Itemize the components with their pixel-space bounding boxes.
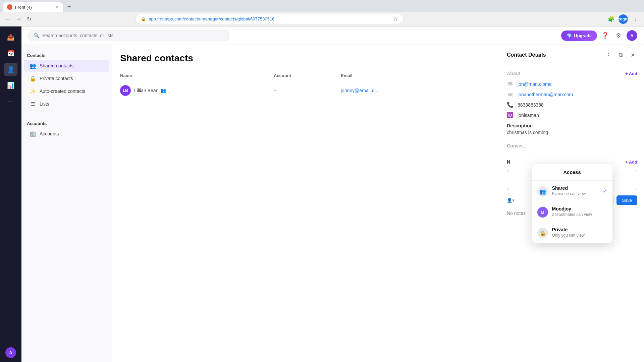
icon-sidebar: 📥 📅 👤 📊 ⋯ A bbox=[0, 26, 21, 362]
lists-icon: ☰ bbox=[30, 101, 36, 107]
table-row[interactable]: LB Lillian Bean 👥 -- johnny@email.c... bbox=[120, 81, 492, 100]
moodjoy-option-desc: 2 teammates can view bbox=[552, 212, 607, 217]
shared-option-desc: Everyone can view bbox=[552, 191, 599, 196]
tab-favicon: F bbox=[7, 4, 12, 10]
nav-sidebar: Contacts 👥 Shared contacts 🔒 Private con… bbox=[21, 45, 112, 362]
moodjoy-access-icon: M bbox=[537, 207, 548, 218]
shared-access-icon: 👥 bbox=[537, 186, 548, 197]
private-contacts-icon: 🔒 bbox=[30, 75, 36, 82]
moodjoy-access-text: Moodjoy 2 teammates can view bbox=[552, 206, 607, 217]
access-dropdown: Access 👥 Shared Everyone can view ✓ bbox=[532, 164, 612, 243]
browser-tab[interactable]: F Front (4) ✕ bbox=[3, 2, 63, 12]
user-avatar-button[interactable]: A bbox=[5, 347, 16, 358]
bookmark-icon[interactable]: ☆ bbox=[393, 16, 398, 22]
private-option-desc: Only you can view bbox=[552, 233, 607, 238]
search-icon: 🔍 bbox=[34, 33, 40, 38]
profile-button[interactable]: Incognito bbox=[619, 14, 628, 24]
access-dropdown-title: Access bbox=[532, 164, 612, 181]
shared-contact-icon: 👥 bbox=[160, 88, 166, 93]
contacts-icon-button[interactable]: 👤 bbox=[4, 63, 17, 76]
shared-contacts-label: Shared contacts bbox=[40, 63, 73, 68]
calendar-icon-button[interactable]: 📅 bbox=[4, 47, 17, 60]
upgrade-button[interactable]: 💎 Upgrade bbox=[561, 31, 597, 41]
user-menu-button[interactable]: A bbox=[627, 30, 637, 41]
access-option-moodjoy[interactable]: M Moodjoy 2 teammates can view bbox=[532, 201, 612, 222]
auto-contacts-nav-item[interactable]: ✨ Auto-created contacts bbox=[24, 85, 109, 97]
account-header: Account bbox=[274, 73, 341, 78]
private-contacts-label: Private contacts bbox=[40, 76, 73, 81]
analytics-icon-button[interactable]: 📊 bbox=[4, 79, 17, 92]
private-option-name: Private bbox=[552, 227, 607, 232]
access-dropdown-overlay: Access 👥 Shared Everyone can view ✓ bbox=[500, 45, 644, 362]
back-button[interactable]: ← bbox=[4, 15, 12, 23]
lists-nav-item[interactable]: ☰ Lists bbox=[24, 98, 109, 110]
help-button[interactable]: ❓ bbox=[600, 30, 610, 41]
account-cell: -- bbox=[274, 88, 341, 93]
search-input[interactable] bbox=[42, 33, 224, 38]
page-title: Shared contacts bbox=[120, 53, 492, 64]
email-header: Email bbox=[341, 73, 425, 78]
lists-label: Lists bbox=[40, 101, 49, 107]
contacts-table: Name Account Email LB Lillian Bean 👥 -- bbox=[120, 70, 492, 100]
accounts-section-title: Accounts bbox=[21, 118, 112, 127]
more-icon-button[interactable]: ⋯ bbox=[4, 95, 17, 108]
contacts-section-title: Contacts bbox=[21, 50, 112, 59]
settings-button[interactable]: ⚙ bbox=[613, 30, 624, 41]
new-tab-button[interactable]: + bbox=[64, 2, 74, 12]
table-header: Name Account Email bbox=[120, 70, 492, 81]
shared-check-icon: ✓ bbox=[603, 188, 607, 194]
tab-close-button[interactable]: ✕ bbox=[55, 4, 59, 10]
name-header: Name bbox=[120, 73, 274, 78]
refresh-button[interactable]: ↻ bbox=[25, 14, 33, 23]
top-bar: 🔍 💎 Upgrade ❓ ⚙ A bbox=[21, 26, 644, 45]
contact-cell: LB Lillian Bean 👥 bbox=[120, 85, 274, 96]
shared-access-text: Shared Everyone can view bbox=[552, 185, 599, 196]
auto-contacts-icon: ✨ bbox=[30, 88, 36, 95]
detail-panel: Contact Details ⋮ ⧉ ✕ About + Add bbox=[500, 45, 644, 362]
forward-button[interactable]: → bbox=[15, 15, 23, 23]
main-content: Shared contacts Name Account Email LB Li… bbox=[112, 45, 500, 362]
accounts-label: Accounts bbox=[40, 131, 59, 136]
url-display[interactable]: app.frontapp.com/contacts-manager/contac… bbox=[149, 16, 390, 21]
email-cell[interactable]: johnny@email.c... bbox=[341, 88, 425, 93]
auto-contacts-label: Auto-created contacts bbox=[40, 88, 85, 94]
private-access-icon: 🔒 bbox=[537, 228, 548, 238]
private-contacts-nav-item[interactable]: 🔒 Private contacts bbox=[24, 72, 109, 84]
access-option-private[interactable]: 🔒 Private Only you can view bbox=[532, 222, 612, 243]
accounts-icon: 🏢 bbox=[30, 130, 36, 137]
shared-option-name: Shared bbox=[552, 185, 599, 191]
browser-menu-button[interactable]: ⋮ bbox=[631, 14, 640, 24]
top-bar-actions: 💎 Upgrade ❓ ⚙ A bbox=[561, 30, 637, 41]
shared-contacts-icon: 👥 bbox=[30, 62, 36, 69]
gem-icon: 💎 bbox=[567, 33, 572, 38]
tab-title: Front (4) bbox=[15, 5, 52, 10]
moodjoy-option-name: Moodjoy bbox=[552, 206, 607, 212]
contact-name: Lillian Bean 👥 bbox=[134, 88, 166, 93]
access-option-shared[interactable]: 👥 Shared Everyone can view ✓ bbox=[532, 181, 612, 201]
accounts-nav-item[interactable]: 🏢 Accounts bbox=[24, 128, 109, 140]
shared-contacts-nav-item[interactable]: 👥 Shared contacts bbox=[24, 60, 109, 72]
private-access-text: Private Only you can view bbox=[552, 227, 607, 238]
ssl-icon: 🔒 bbox=[141, 17, 146, 21]
search-bar[interactable]: 🔍 bbox=[28, 30, 229, 41]
inbox-icon-button[interactable]: 📥 bbox=[4, 31, 17, 44]
avatar: LB bbox=[120, 85, 131, 96]
